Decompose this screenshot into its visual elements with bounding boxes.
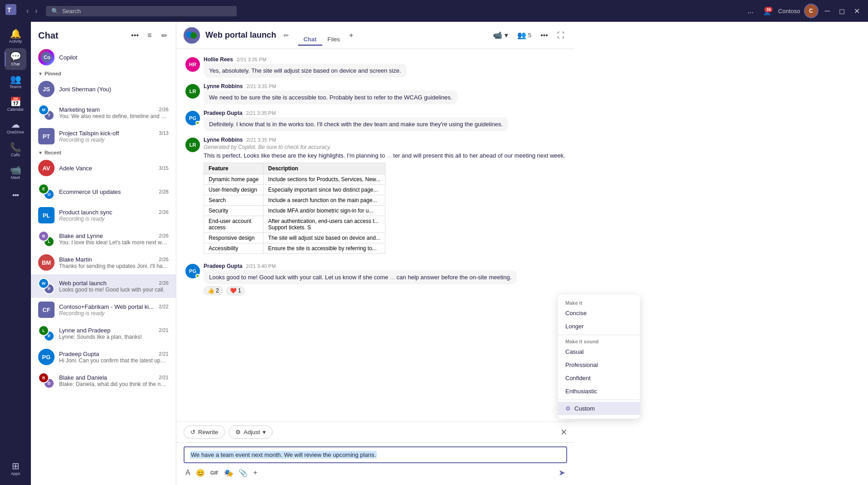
features-table: Feature Description Dynamic home page In…: [204, 163, 385, 254]
sidebar-item-chat[interactable]: 💬 Chat: [5, 48, 26, 70]
message-group-pradeep2: PG Pradeep Gupta 2/21 3:40 PM Looks good…: [185, 263, 565, 296]
compose-emoji-button[interactable]: 😊: [194, 467, 207, 479]
chat-item-joni[interactable]: JS Joni Sherman (You): [31, 77, 176, 101]
search-box[interactable]: 🔍 Search: [46, 6, 237, 16]
chat-item-marketing[interactable]: M T Marketing team 2/26 You: We also nee…: [31, 101, 176, 124]
message-row: LR Lynne Robbins 2/21 3:35 PM Generated …: [185, 137, 565, 257]
pinned-label: Pinned: [45, 71, 61, 76]
edit-title-icon[interactable]: ✏: [284, 32, 289, 39]
sidebar-item-more[interactable]: •••: [5, 184, 26, 206]
more-options-button[interactable]: ...: [745, 5, 756, 17]
chat-item-contoso[interactable]: CF Contoso+Fabrikam - Web portal ki... 2…: [31, 298, 176, 322]
message-row: LR Lynne Robbins 2/21 3:35 PM We need to…: [185, 83, 565, 104]
sidebar-item-meet[interactable]: 📹 Meet: [5, 162, 26, 183]
chat-item-pradeep[interactable]: PG Pradeep Gupta 2/21 Hi Joni. Can you c…: [31, 345, 176, 369]
table-cell: User-friendly design: [204, 185, 264, 195]
message-content-pradeep2: Pradeep Gupta 2/21 3:40 PM Looks good to…: [204, 263, 565, 295]
compose-sticker-button[interactable]: 🎭: [222, 467, 235, 479]
adjust-icon: ⚙: [235, 429, 241, 436]
sidebar-item-onedrive[interactable]: ☁ OneDrive: [5, 116, 26, 138]
calendar-icon: 📅: [10, 97, 21, 106]
minimize-button[interactable]: ─: [822, 5, 833, 17]
copilot-item[interactable]: Co Copilot: [31, 45, 176, 69]
dropdown-professional[interactable]: Professional: [558, 358, 640, 371]
chat-more-button[interactable]: •••: [129, 29, 141, 42]
avatar-lynne-pradeep: L P: [38, 325, 55, 341]
reaction-thumbsup[interactable]: 👍 2: [204, 286, 223, 295]
chat-item-ecommerce[interactable]: E U Ecommerce UI updates 2/28: [31, 180, 176, 203]
reaction-heart[interactable]: ❤️ 1: [226, 286, 245, 295]
chat-name: Lynne and Pradeep: [59, 327, 110, 334]
tab-chat[interactable]: Chat: [298, 34, 322, 46]
more-options-chat-button[interactable]: •••: [538, 30, 551, 41]
chat-item-project[interactable]: PT Project Tailspin kick-off 3/13 Record…: [31, 124, 176, 148]
chat-panel-title: Chat: [38, 30, 125, 41]
chat-item-adele[interactable]: AV Adele Vance 3/15: [31, 156, 176, 180]
avatar-blake-lynne: B L: [38, 231, 55, 247]
main-chat-avatar: [184, 27, 200, 44]
participants-button[interactable]: 👥 5: [514, 29, 534, 41]
dropdown-enthusiastic[interactable]: Enthusiastic: [558, 385, 640, 398]
sidebar-item-apps[interactable]: ⊞ Apps: [5, 458, 26, 480]
chat-list-panel: Chat ••• ≡ ✏ Co Copilot ▼ Pinned JS: [31, 22, 176, 485]
chat-item-blake-lynne[interactable]: B L Blake and Lynne 2/26 You: I love thi…: [31, 227, 176, 251]
compose-gif-button[interactable]: GIF: [209, 468, 220, 477]
sidebar-item-activity[interactable]: 🔔 Activity: [5, 25, 26, 47]
sidebar-item-calls[interactable]: 📞 Calls: [5, 139, 26, 161]
message-bubble: Looks good to me! Good luck with your ca…: [204, 270, 517, 284]
recent-chevron[interactable]: ▼: [38, 150, 43, 155]
compose-input[interactable]: We have a team event next month. We will…: [184, 446, 567, 463]
message-sender: Lynne Robbins: [204, 137, 243, 143]
table-cell: After authentication, end-users can acce…: [264, 216, 385, 233]
chat-info-joni: Joni Sherman (You): [59, 86, 169, 93]
chat-info-web-portal: Web portal launch 2/26 Looks good to me!…: [59, 280, 169, 293]
activity-label: Activity: [9, 39, 22, 44]
compose-attach-button[interactable]: 📎: [237, 467, 249, 479]
chat-preview: Hi Joni. Can you confirm that the latest…: [59, 357, 169, 364]
top-bar: T ‹ › 🔍 Search ... 👤 36 Contoso C ─ ◻ ✕: [0, 0, 868, 22]
close-button[interactable]: ✕: [851, 5, 863, 17]
table-row: Dynamic home page Include sections for P…: [204, 174, 385, 185]
header-right: 📹 ▾ 👥 5 ••• ⛶: [490, 29, 567, 41]
message-header: Pradeep Gupta 2/21 3:40 PM: [204, 263, 565, 269]
main-chat-title: Web portal launch: [205, 30, 276, 40]
rewrite-button[interactable]: ↺ Rewrite: [184, 426, 225, 439]
dropdown-concise[interactable]: Concise: [558, 307, 640, 320]
chat-date: 2/26: [159, 280, 169, 286]
chat-date: 3/13: [159, 130, 169, 136]
sidebar-item-calendar[interactable]: 📅 Calendar: [5, 94, 26, 115]
dropdown-casual[interactable]: Casual: [558, 345, 640, 358]
pinned-chevron[interactable]: ▼: [38, 71, 43, 76]
chat-item-product[interactable]: PL Product launch sync 2/26 Recording is…: [31, 203, 176, 227]
chat-item-web-portal[interactable]: W P Web portal launch 2/26 Looks good to…: [31, 274, 176, 298]
filter-button[interactable]: ≡: [143, 29, 156, 42]
tab-add-button[interactable]: +: [345, 30, 357, 41]
dropdown-confident[interactable]: Confident: [558, 371, 640, 385]
chat-item-blake-daniela[interactable]: B D Blake and Daniela 2/21 Blake: Daniel…: [31, 369, 176, 392]
back-button[interactable]: ‹: [24, 6, 31, 16]
make-it-label: Make it: [558, 298, 640, 307]
dropdown-custom[interactable]: ⚙ Custom: [558, 402, 640, 415]
close-rewrite-button[interactable]: ✕: [560, 427, 567, 437]
svg-point-6: [190, 32, 197, 39]
forward-button[interactable]: ›: [32, 6, 40, 16]
chat-header-icons: ••• ≡ ✏: [129, 29, 170, 42]
chat-preview: Looks good to me! Good luck with your ca…: [59, 287, 169, 293]
dropdown-longer[interactable]: Longer: [558, 320, 640, 333]
video-call-button[interactable]: 📹 ▾: [490, 29, 510, 41]
expand-button[interactable]: ⛶: [554, 30, 567, 41]
chat-date: 3/15: [159, 165, 169, 171]
compose-more-button[interactable]: +: [251, 467, 259, 479]
chat-item-lynne-pradeep[interactable]: L P Lynne and Pradeep 2/21 Lynne: Sounds…: [31, 322, 176, 345]
heart-count: 1: [238, 287, 241, 294]
sidebar-item-teams[interactable]: 👥 Teams: [5, 71, 26, 93]
compose-send-button[interactable]: ➤: [557, 466, 567, 480]
restore-button[interactable]: ◻: [836, 5, 848, 17]
user-avatar[interactable]: C: [804, 4, 818, 18]
new-chat-button[interactable]: ✏: [158, 29, 170, 42]
compose-format-button[interactable]: A: [184, 467, 192, 479]
adjust-button[interactable]: ⚙ Adjust ▾: [229, 426, 273, 439]
tab-files[interactable]: Files: [322, 34, 345, 46]
search-placeholder: Search: [62, 8, 81, 15]
chat-item-blake-martin[interactable]: BM Blake Martin 2/26 Thanks for sending …: [31, 251, 176, 274]
